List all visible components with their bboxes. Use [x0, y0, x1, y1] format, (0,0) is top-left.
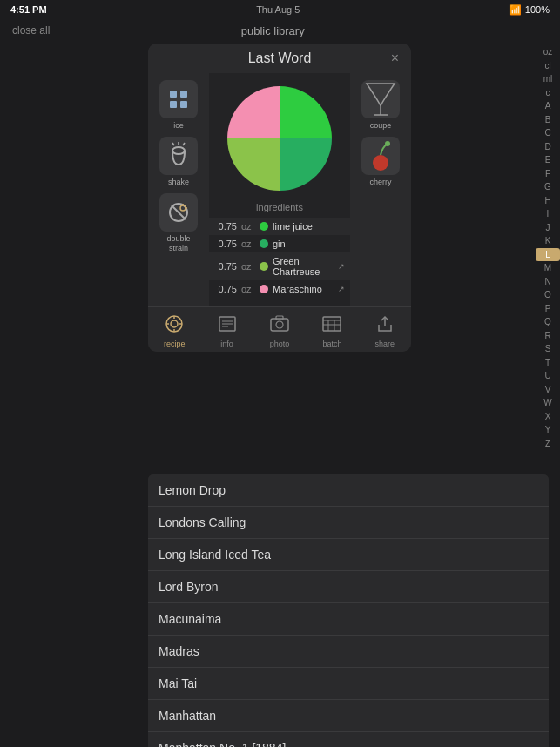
photo-tab-label: photo	[270, 340, 290, 348]
alpha-G[interactable]: G	[536, 180, 560, 194]
alpha-X[interactable]: X	[536, 410, 560, 424]
list-item[interactable]: Londons Calling	[148, 507, 549, 539]
shake-icon	[159, 137, 198, 175]
alpha-N[interactable]: N	[536, 275, 560, 289]
batch-tab-icon	[322, 314, 341, 338]
modal-body: ice shake	[148, 73, 411, 306]
list-item[interactable]: Lord Byron	[148, 571, 549, 603]
alpha-E[interactable]: E	[536, 153, 560, 167]
alpha-F[interactable]: F	[536, 167, 560, 181]
tab-batch[interactable]: batch	[306, 307, 358, 352]
list-item[interactable]: Manhattan No. 1 [1884]	[148, 732, 549, 747]
alpha-H[interactable]: H	[536, 194, 560, 208]
ingredient-row: 0.75 oz gin	[209, 235, 350, 252]
tab-recipe[interactable]: recipe	[148, 307, 200, 352]
alpha-ml[interactable]: ml	[536, 72, 560, 86]
coupe-garnish[interactable]: coupe	[361, 80, 400, 130]
modal-close-button[interactable]: ×	[381, 50, 399, 66]
pie-chart	[223, 82, 336, 195]
status-battery: 📶 100%	[509, 4, 550, 16]
wifi-icon: 📶	[509, 4, 522, 16]
status-time: 4:51 PM	[10, 4, 47, 15]
info-tab-icon	[218, 314, 237, 338]
svg-rect-1	[180, 91, 187, 98]
svg-rect-27	[271, 319, 288, 331]
ingredient-color-dot	[260, 262, 268, 271]
alpha-C[interactable]: C	[536, 126, 560, 140]
list-item[interactable]: Macunaima	[148, 603, 549, 636]
alpha-M[interactable]: M	[536, 261, 560, 275]
alpha-Y[interactable]: Y	[536, 423, 560, 437]
alpha-J[interactable]: J	[536, 221, 560, 235]
info-tab-label: info	[220, 340, 233, 348]
tab-share[interactable]: share	[359, 307, 411, 352]
alpha-B[interactable]: B	[536, 113, 560, 127]
ice-icon	[159, 80, 198, 118]
list-item[interactable]: Mai Tai	[148, 668, 549, 700]
cherry-garnish[interactable]: cherry	[361, 137, 400, 186]
alpha-A[interactable]: A	[536, 99, 560, 113]
svg-point-18	[171, 320, 178, 327]
double-strain-label: doublestrain	[166, 234, 190, 253]
alpha-Q[interactable]: Q	[536, 315, 560, 329]
list-item[interactable]: Long Island Iced Tea	[148, 539, 549, 571]
svg-rect-3	[180, 101, 187, 108]
drink-list: Lemon Drop Londons Calling Long Island I…	[148, 474, 549, 747]
ice-label: ice	[173, 121, 184, 130]
share-tab-icon	[375, 314, 395, 338]
tools-panel: ice shake	[148, 73, 209, 306]
alpha-W[interactable]: W	[536, 396, 560, 410]
ingredient-color-dot	[260, 222, 268, 231]
cherry-label: cherry	[369, 178, 391, 186]
ingredient-link[interactable]: ↗	[338, 285, 345, 293]
alpha-Z[interactable]: Z	[536, 437, 560, 451]
tab-photo[interactable]: photo	[253, 307, 306, 352]
alpha-O[interactable]: O	[536, 288, 560, 302]
ice-tool[interactable]: ice	[159, 80, 198, 130]
alpha-K[interactable]: K	[536, 234, 560, 248]
ingredient-row: 0.75 oz Maraschino ↗	[209, 280, 350, 298]
shake-tool[interactable]: shake	[159, 137, 198, 186]
alpha-T[interactable]: T	[536, 356, 560, 370]
alpha-I[interactable]: I	[536, 207, 560, 221]
alpha-L[interactable]: L	[536, 248, 560, 262]
alpha-cl[interactable]: cl	[536, 59, 560, 73]
alpha-oz[interactable]: oz	[536, 45, 560, 59]
cherry-icon	[361, 137, 400, 175]
alpha-S[interactable]: S	[536, 342, 560, 356]
alpha-P[interactable]: P	[536, 302, 560, 316]
status-date: Thu Aug 5	[256, 4, 300, 15]
list-item[interactable]: Lemon Drop	[148, 474, 549, 507]
ingredients-list: 0.75 oz lime juice 0.75 oz gin 0.75 oz G…	[209, 218, 350, 298]
alpha-U[interactable]: U	[536, 369, 560, 383]
recipe-tab-icon	[165, 314, 184, 338]
shake-label: shake	[168, 178, 189, 186]
coupe-label: coupe	[370, 121, 392, 130]
modal-tabs: recipe info photo	[148, 306, 411, 352]
double-strain-icon	[159, 193, 198, 232]
svg-point-15	[373, 155, 388, 171]
list-item[interactable]: Manhattan	[148, 700, 549, 732]
close-all-button[interactable]: close all	[12, 24, 50, 37]
svg-point-10	[180, 205, 186, 211]
ingredient-color-dot	[260, 285, 268, 293]
alpha-R[interactable]: R	[536, 329, 560, 343]
svg-point-28	[276, 321, 283, 328]
svg-line-7	[183, 143, 185, 145]
svg-line-5	[172, 143, 174, 145]
ingredient-row: 0.75 oz lime juice	[209, 218, 350, 235]
ingredients-header: ingredients	[256, 202, 303, 212]
alpha-V[interactable]: V	[536, 383, 560, 397]
modal-header: Last Word ×	[148, 44, 411, 73]
recipe-modal: Last Word × ice	[148, 44, 411, 352]
list-item[interactable]: Madras	[148, 636, 549, 668]
ingredient-link[interactable]: ↗	[338, 262, 345, 271]
tab-info[interactable]: info	[200, 307, 253, 352]
double-strain-tool[interactable]: doublestrain	[159, 193, 198, 253]
alpha-c[interactable]: c	[536, 86, 560, 100]
svg-point-4	[172, 147, 185, 154]
coupe-icon	[361, 80, 400, 118]
alpha-D[interactable]: D	[536, 140, 560, 154]
svg-line-9	[172, 205, 186, 219]
library-title: public library	[241, 24, 305, 37]
